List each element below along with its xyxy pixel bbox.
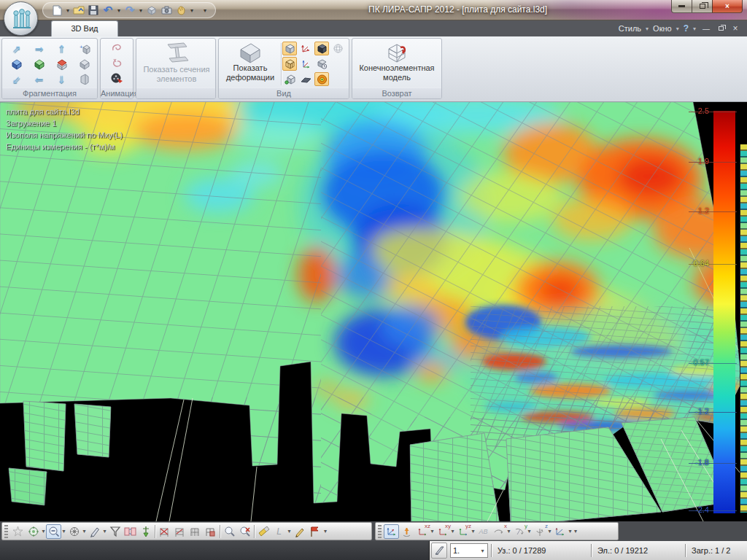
rotate-y-dropdown[interactable]: ▾ — [527, 528, 532, 534]
pack-hand-icon[interactable] — [174, 4, 187, 17]
zoom-out-icon[interactable] — [46, 524, 61, 539]
undo-dropdown[interactable]: ▾ — [116, 7, 122, 14]
flashlight-icon[interactable] — [256, 524, 271, 539]
cube-blue-icon[interactable] — [9, 57, 24, 71]
proj-ab-icon[interactable]: АВ — [476, 524, 491, 539]
edit-mode-icon[interactable] — [431, 542, 447, 559]
flip-pages-icon[interactable] — [123, 524, 138, 539]
model-cube-icon[interactable] — [145, 4, 158, 17]
plumb-pin-icon[interactable] — [138, 524, 153, 539]
axes-free-dropdown[interactable]: ▾ — [568, 528, 573, 534]
mdi-close-button[interactable]: × — [729, 23, 741, 34]
pack-dropdown[interactable]: ▾ — [189, 7, 195, 14]
restore-button[interactable] — [692, 0, 713, 13]
rotate-center-icon[interactable] — [26, 524, 41, 539]
cube-properties-icon[interactable] — [314, 57, 329, 71]
pencil-edit-icon[interactable] — [292, 524, 307, 539]
loadcase-selector[interactable]: 1. ▾ — [450, 543, 488, 558]
snapshot-camera-icon[interactable] — [160, 4, 173, 17]
flag-mark-icon[interactable] — [307, 524, 322, 539]
cube-red-section-icon[interactable] — [55, 57, 69, 71]
fragment-arrow-left-icon[interactable]: ⇐ — [32, 72, 47, 86]
tab-3d-view[interactable]: 3D Вид — [51, 20, 118, 36]
redo-dropdown[interactable]: ▾ — [138, 7, 144, 14]
cube-green-icon[interactable] — [32, 57, 47, 71]
toolbar-overflow-icon[interactable]: ▾ — [574, 528, 577, 534]
menu-style-dropdown[interactable]: ▾ — [644, 26, 650, 32]
fragment-arrow-up-icon[interactable]: ⇑ — [55, 42, 69, 55]
proj-xy-dropdown[interactable]: ▾ — [450, 528, 455, 534]
fragment-arrow-right-icon[interactable]: ⇒ — [32, 42, 47, 55]
plane-icon[interactable] — [298, 72, 313, 86]
zoom-wheel-icon[interactable] — [66, 524, 82, 539]
application-menu-button[interactable] — [4, 1, 38, 36]
new-document-icon[interactable] — [50, 4, 63, 17]
axes-xyz-icon[interactable] — [298, 57, 313, 71]
save-icon[interactable] — [87, 4, 100, 17]
animation-reverse-loop-icon[interactable] — [109, 55, 124, 69]
rotate-up-icon[interactable] — [399, 524, 414, 539]
zoom-cancel-magnifier-icon[interactable] — [237, 524, 252, 539]
mdi-restore-button[interactable] — [715, 23, 727, 34]
axes-red-icon[interactable] — [298, 42, 313, 55]
cube-gray-icon[interactable] — [77, 57, 92, 71]
redo-icon[interactable]: ↷ — [123, 4, 136, 17]
proj-yz-dropdown[interactable]: ▾ — [471, 528, 476, 534]
wire-cube-toggle-icon[interactable] — [282, 57, 297, 71]
fe-model-button[interactable]: Конечноэлементная модель — [354, 42, 440, 82]
toolbar-overflow-icon[interactable]: ▾ — [324, 528, 327, 534]
minimize-button[interactable] — [671, 0, 692, 13]
fragment-arrow-upright-icon[interactable]: ⇗ — [9, 42, 24, 55]
fragment-star-icon[interactable] — [10, 524, 26, 539]
loadcase-dropdown-icon[interactable]: ▾ — [480, 548, 485, 554]
rotate-center-dropdown[interactable]: ▾ — [41, 528, 46, 534]
isofield-canvas[interactable] — [0, 102, 747, 521]
wire-sphere-icon[interactable] — [330, 42, 345, 55]
menu-style[interactable]: Стиль — [619, 24, 641, 33]
mark-elements-icon[interactable] — [172, 524, 187, 539]
local-axes-l-icon[interactable]: L — [271, 524, 287, 539]
frame-building-red-icon[interactable] — [203, 524, 218, 539]
filter-funnel-icon[interactable] — [107, 524, 123, 539]
select-pen-dropdown[interactable]: ▾ — [102, 528, 107, 534]
undo-icon[interactable]: ↶ — [101, 4, 115, 17]
show-deformations-button[interactable]: Показать деформации — [220, 42, 280, 82]
rotate-x-icon[interactable]: x — [491, 524, 506, 539]
close-button[interactable]: × — [712, 0, 743, 13]
help-dropdown[interactable]: ▾ — [692, 26, 697, 32]
open-file-icon[interactable] — [72, 4, 85, 17]
qat-more-icon[interactable]: ▾ — [202, 7, 208, 14]
new-document-dropdown[interactable]: ▾ — [65, 7, 71, 14]
menu-window[interactable]: Окно — [653, 24, 672, 33]
frame-building-icon[interactable] — [187, 524, 203, 539]
zoom-wheel-dropdown[interactable]: ▾ — [82, 528, 87, 534]
render-sphere-toggle-icon[interactable] — [314, 72, 329, 86]
solid-cube-toggle-icon[interactable] — [282, 42, 297, 55]
axes-free-icon[interactable] — [552, 524, 568, 539]
show-sections-button[interactable]: Показать сечения элементов — [139, 42, 214, 84]
fragment-add-cube-icon[interactable]: + — [77, 42, 92, 55]
proj-xz-icon[interactable]: xz — [414, 524, 430, 539]
rotate-z-icon[interactable]: z — [532, 524, 547, 539]
rotate-z-dropdown[interactable]: ▾ — [547, 528, 552, 534]
axes-isometric-icon[interactable] — [384, 524, 399, 539]
local-axes-dropdown[interactable]: ▾ — [287, 528, 292, 534]
rotate-y-icon[interactable]: y — [511, 524, 527, 539]
mark-nodes-icon[interactable] — [157, 524, 172, 539]
select-pen-icon[interactable] — [87, 524, 102, 539]
help-button[interactable]: ? — [684, 23, 689, 34]
animation-record-icon[interactable] — [109, 71, 124, 85]
viewport-3d[interactable]: плита для сайта.l3d Загружение 1 Изополя… — [0, 102, 747, 521]
zoom-in-magnifier-icon[interactable] — [222, 524, 237, 539]
cube-node-icon[interactable] — [282, 72, 297, 86]
fragment-arrow-downleft-icon[interactable]: ⇙ — [9, 72, 24, 86]
toolbar-grip[interactable] — [4, 525, 8, 538]
restore-fragment-icon[interactable] — [77, 72, 92, 86]
proj-xy-icon[interactable]: xy — [435, 524, 450, 539]
proj-yz-icon[interactable]: yz — [455, 524, 471, 539]
menu-window-dropdown[interactable]: ▾ — [675, 26, 681, 32]
rotate-x-dropdown[interactable]: ▾ — [506, 528, 511, 534]
toolbar-grip[interactable] — [378, 525, 382, 538]
fragment-arrow-down-icon[interactable]: ⇓ — [55, 72, 69, 86]
mdi-minimize-button[interactable]: — — [700, 23, 712, 34]
